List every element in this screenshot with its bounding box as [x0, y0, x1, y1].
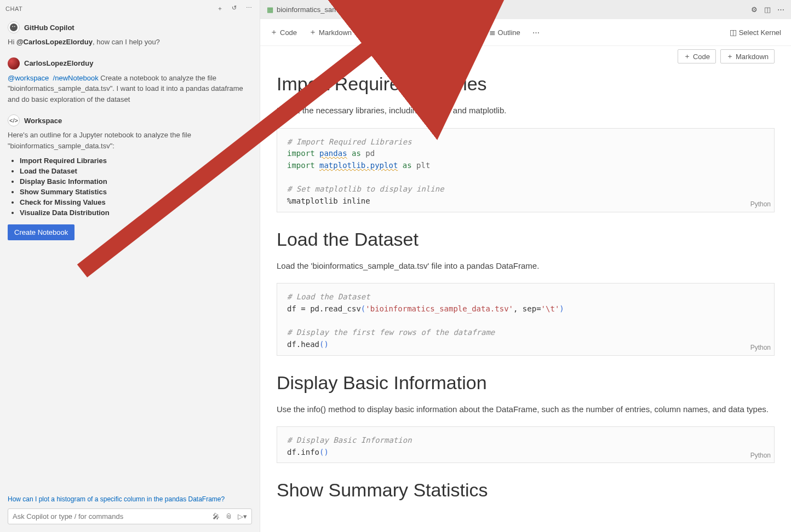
notebook-toolbar: ＋Code ＋Markdown ▷▷Run All ≢Clear All Ou… [260, 19, 791, 46]
attach-icon[interactable]: 📎︎ [225, 512, 232, 521]
add-markdown-button[interactable]: ＋Markdown [305, 26, 356, 39]
code-cell-import[interactable]: # Import Required Libraries import panda… [277, 128, 775, 212]
add-code-button[interactable]: ＋Code [266, 26, 301, 39]
separator [479, 27, 479, 37]
mic-icon[interactable]: 🎤︎ [213, 512, 220, 521]
separator [362, 27, 362, 37]
lang-tag: Python [750, 343, 771, 353]
chat-header: CHAT ＋ ↺ ⋯ [0, 0, 260, 17]
chat-footer: How can I plot a histogram of a specific… [0, 491, 260, 532]
para-load: Load the 'bioinformatics_sample_data.tsv… [277, 260, 775, 273]
dirty-indicator-icon [451, 8, 456, 12]
history-icon[interactable]: ↺ [230, 3, 239, 14]
outline-list: Import Required Libraries Load the Datas… [20, 157, 252, 217]
copilot-avatar-icon [8, 21, 20, 33]
settings-icon[interactable]: ⚙ [751, 5, 758, 14]
chat-body: GitHub Copilot Hi @CarlosLopezElorduy, h… [0, 17, 260, 491]
separator [396, 27, 397, 37]
outline-icon: ≣ [489, 28, 496, 37]
more-icon[interactable]: ⋯ [244, 3, 255, 14]
outline-item: Import Required Libraries [20, 157, 252, 165]
outline-button[interactable]: ≣Outline [485, 26, 525, 38]
tabs-row: ▦ bioinformatics_sample_data.tsv ◉ Untit… [260, 0, 791, 19]
lang-tag: Python [750, 450, 771, 461]
workspace-intro: Here's an outline for a Jupyter notebook… [8, 130, 252, 151]
editor-panel: ▦ bioinformatics_sample_data.tsv ◉ Untit… [260, 0, 791, 532]
lang-tag: Python [750, 199, 771, 210]
workspace-message: </> Workspace Here's an outline for a Ju… [8, 114, 252, 240]
code-cell-load[interactable]: # Load the Dataset df = pd.read_csv('bio… [277, 283, 775, 355]
copilot-text: Hi @CarlosLopezElorduy, how can I help y… [8, 37, 252, 48]
chat-header-actions: ＋ ↺ ⋯ [215, 3, 255, 14]
add-code-cell-button[interactable]: ＋Code [678, 49, 716, 63]
notebook-content[interactable]: Import Required Libraries Import the nec… [260, 63, 791, 532]
outline-item: Display Basic Information [20, 177, 252, 186]
plus-icon: ＋ [726, 51, 733, 61]
outline-item: Visualize Data Distribution [20, 209, 252, 217]
code-cell-info[interactable]: # Display Basic Information df.info() Py… [277, 426, 775, 463]
para-import: Import the necessary libraries, includin… [277, 105, 775, 117]
plus-icon: ＋ [309, 27, 317, 37]
jupyter-file-icon: ◉ [389, 5, 396, 14]
tsv-file-icon: ▦ [267, 5, 273, 14]
user-text: @workspace /newNotebook Create a noteboo… [8, 73, 252, 105]
heading-load: Load the Dataset [277, 229, 775, 250]
plus-icon: ＋ [684, 51, 691, 61]
para-info: Use the info() method to display basic i… [277, 403, 775, 416]
clear-icon: ≢ [406, 28, 413, 37]
heading-summary: Show Summary Statistics [277, 479, 775, 501]
chat-input-row: 🎤︎ 📎︎ ▷▾ [8, 508, 252, 524]
chat-title: CHAT [5, 5, 215, 12]
cell-actions: ＋Code ＋Markdown [260, 46, 791, 63]
newnotebook-command[interactable]: /newNotebook [53, 74, 99, 82]
add-markdown-cell-button[interactable]: ＋Markdown [720, 49, 775, 63]
user-message: CarlosLopezElorduy @workspace /newNotebo… [8, 57, 252, 105]
outline-item: Load the Dataset [20, 167, 252, 175]
user-mention: @CarlosLopezElorduy [16, 38, 93, 46]
chat-panel: CHAT ＋ ↺ ⋯ GitHub Copilot Hi @CarlosLope… [0, 0, 260, 532]
chat-suggestion[interactable]: How can I plot a histogram of a specific… [8, 495, 252, 503]
heading-info: Display Basic Information [277, 372, 775, 394]
user-avatar-icon [8, 57, 20, 70]
new-chat-icon[interactable]: ＋ [215, 3, 226, 14]
play-all-icon: ▷▷ [372, 28, 384, 37]
send-icon[interactable]: ▷▾ [238, 512, 247, 521]
workspace-mention[interactable]: @workspace [8, 74, 49, 82]
chat-input[interactable] [13, 512, 213, 521]
copilot-name: GitHub Copilot [24, 24, 74, 32]
run-all-button[interactable]: ▷▷Run All [368, 22, 391, 42]
tab-label: Untitled-1.ipynb [399, 5, 448, 14]
chat-input-icons: 🎤︎ 📎︎ ▷▾ [213, 512, 247, 521]
create-notebook-button[interactable]: Create Notebook [8, 224, 74, 240]
outline-item: Check for Missing Values [20, 198, 252, 206]
kernel-icon: ◫ [730, 28, 737, 37]
tabs-actions: ⚙ ◫ ⋯ [751, 5, 791, 14]
workspace-name: Workspace [24, 117, 62, 125]
tab-label: bioinformatics_sample_data.tsv [277, 5, 376, 14]
toolbar-more-button[interactable]: ⋯ [528, 27, 544, 38]
select-kernel-button[interactable]: ◫Select Kernel [725, 26, 786, 38]
user-name: CarlosLopezElorduy [24, 59, 93, 67]
more-icon[interactable]: ⋯ [777, 5, 784, 14]
plus-icon: ＋ [270, 27, 278, 37]
clear-outputs-button[interactable]: ≢Clear All Outputs [402, 26, 473, 38]
copilot-message: GitHub Copilot Hi @CarlosLopezElorduy, h… [8, 21, 252, 48]
tab-tsv[interactable]: ▦ bioinformatics_sample_data.tsv [260, 0, 383, 19]
outline-item: Show Summary Statistics [20, 188, 252, 196]
heading-import: Import Required Libraries [277, 73, 775, 95]
tab-notebook[interactable]: ◉ Untitled-1.ipynb [383, 0, 462, 19]
layout-icon[interactable]: ◫ [764, 5, 771, 14]
workspace-avatar-icon: </> [8, 114, 20, 126]
more-icon: ⋯ [532, 28, 540, 37]
